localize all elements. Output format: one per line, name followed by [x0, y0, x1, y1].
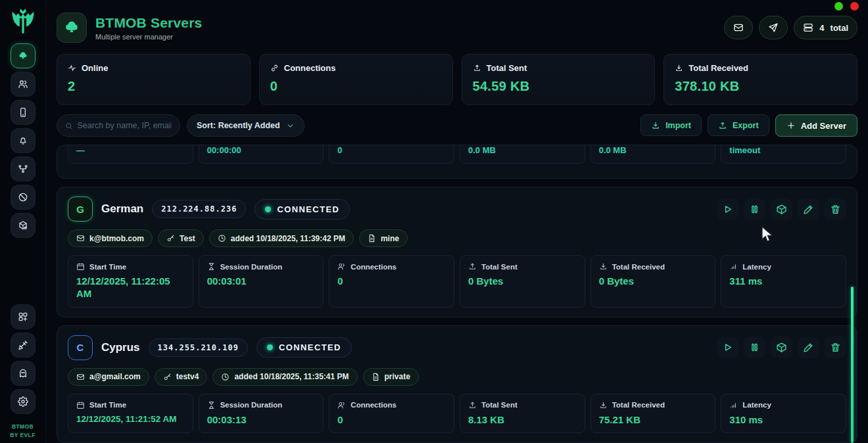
server-card-cyprus: C Cyprus 134.255.210.109 CONNECTED a@gma…	[57, 325, 857, 443]
play-icon	[722, 204, 733, 215]
email-tag: k@btmob.com	[68, 229, 153, 247]
ban-icon	[18, 192, 28, 202]
activity-icon	[68, 64, 76, 72]
tag-label: private	[385, 372, 410, 381]
tag-label: a@gmail.com	[89, 372, 141, 381]
stat-label: Total Sent	[481, 263, 518, 271]
stat-value: 12/12/2025, 11:22:05 AM	[76, 275, 185, 300]
edit-button[interactable]	[798, 337, 819, 358]
signal-icon	[729, 401, 738, 409]
email-tag: a@gmail.com	[68, 368, 149, 386]
download-icon	[599, 262, 608, 271]
sidebar-footer: BTMOB BY EVLF	[10, 423, 36, 439]
telegram-button[interactable]	[759, 16, 788, 39]
btmob-logo	[9, 5, 37, 37]
sidebar-item-blocked[interactable]	[11, 185, 36, 210]
import-button[interactable]: Import	[640, 114, 702, 136]
stat-label: Online	[82, 63, 108, 73]
status-label: CONNECTED	[277, 204, 339, 214]
clock-icon	[221, 373, 229, 381]
red-status-dot	[850, 2, 859, 11]
stat-box-total-received: Total Received 0 Bytes	[591, 255, 716, 308]
cloud-icon	[63, 19, 80, 36]
sidebar-item-users[interactable]	[11, 72, 36, 97]
edit-button[interactable]	[798, 198, 819, 220]
pause-button[interactable]	[744, 337, 765, 358]
download-icon	[675, 64, 683, 72]
stat-card-total-received: Total Received 378.10 KB	[663, 54, 857, 105]
key-tag: Test	[158, 229, 204, 247]
gear-icon	[18, 396, 28, 407]
stat-label: Total Sent	[481, 401, 518, 409]
play-button[interactable]	[717, 337, 738, 358]
status-dot	[267, 344, 273, 350]
sidebar-item-settings[interactable]	[11, 389, 36, 414]
stat-card-connections: Connections 0	[259, 54, 453, 105]
stat-box-session-duration: Session Duration 00:03:01	[199, 255, 324, 308]
stat-value: timeout	[729, 145, 838, 156]
clock-icon	[218, 234, 226, 243]
stat-box-start-time: Start Time 12/12/2025, 11:21:52 AM	[68, 394, 193, 434]
pause-button[interactable]	[744, 198, 765, 220]
play-button[interactable]	[717, 198, 738, 220]
smartphone-icon	[18, 107, 28, 118]
package-button[interactable]	[771, 337, 792, 358]
add-server-button[interactable]: Add Server	[775, 114, 857, 137]
mail-button[interactable]	[724, 16, 753, 39]
stat-value: 0.0 MB	[468, 145, 577, 156]
stat-box-start-time: Start Time 12/12/2025, 11:22:05 AM	[68, 255, 193, 308]
sidebar-item-stealth[interactable]	[11, 361, 36, 386]
stat-value: 310 ms	[729, 414, 838, 427]
sort-label: Sort: Recently Added	[197, 121, 280, 130]
stat-box-connections: Connections 0	[329, 255, 454, 308]
sidebar-item-notifications[interactable]	[11, 128, 36, 153]
page-subtitle: Multiple server manager	[95, 33, 203, 41]
green-status-dot	[834, 2, 843, 11]
stat-value: 0	[337, 275, 446, 288]
trash-icon	[830, 342, 841, 353]
server-actions	[717, 198, 846, 220]
stat-value: 0	[270, 79, 442, 94]
sidebar-item-network[interactable]	[11, 156, 36, 181]
download-icon	[599, 401, 608, 409]
delete-button[interactable]	[825, 337, 846, 358]
header-actions: 4 total	[724, 16, 857, 39]
hourglass-icon	[207, 401, 216, 409]
delete-button[interactable]	[825, 198, 846, 220]
stat-box-total-sent: Total Sent 0 Bytes	[460, 255, 585, 308]
key-icon	[163, 373, 172, 381]
package-button[interactable]	[771, 198, 792, 220]
sidebar-item-injection[interactable]	[11, 333, 36, 358]
sidebar-item-apps[interactable]	[11, 304, 36, 329]
sidebar-item-servers[interactable]	[11, 43, 36, 68]
stat-label: Start Time	[89, 263, 126, 271]
status-label: CONNECTED	[279, 342, 341, 352]
stat-box-total-received: Total Received 75.21 KB	[591, 394, 716, 434]
sort-dropdown[interactable]: Sort: Recently Added	[187, 114, 304, 137]
play-icon	[722, 342, 733, 353]
server-avatar: G	[68, 197, 93, 222]
bell-icon	[18, 135, 28, 146]
export-button[interactable]: Export	[708, 114, 769, 136]
send-icon	[768, 22, 779, 33]
scrollbar-thumb[interactable]	[851, 287, 854, 443]
sidebar: BTMOB BY EVLF	[0, 0, 46, 443]
sidebar-item-devices[interactable]	[11, 100, 36, 125]
import-label: Import	[665, 121, 691, 130]
stat-label: Session Duration	[220, 401, 283, 409]
sidebar-item-builder[interactable]	[11, 213, 36, 238]
total-servers-button[interactable]: 4 total	[794, 16, 857, 39]
grid-plus-icon	[18, 312, 28, 322]
stat-label: Total Received	[688, 63, 748, 73]
total-label: total	[831, 23, 848, 33]
syringe-icon	[18, 340, 28, 350]
stat-value: 0	[337, 145, 446, 156]
servers-icon	[803, 22, 813, 33]
search-box[interactable]	[57, 114, 180, 137]
server-stats: Start Time 12/12/2025, 11:22:05 AM Sessi…	[68, 255, 846, 308]
upload-icon	[468, 262, 477, 271]
tag-label: added 10/18/2025, 11:39:42 PM	[231, 234, 345, 243]
status-badge: CONNECTED	[254, 199, 350, 220]
search-input[interactable]	[78, 121, 172, 130]
added-tag: added 10/18/2025, 11:35:41 PM	[212, 368, 357, 386]
